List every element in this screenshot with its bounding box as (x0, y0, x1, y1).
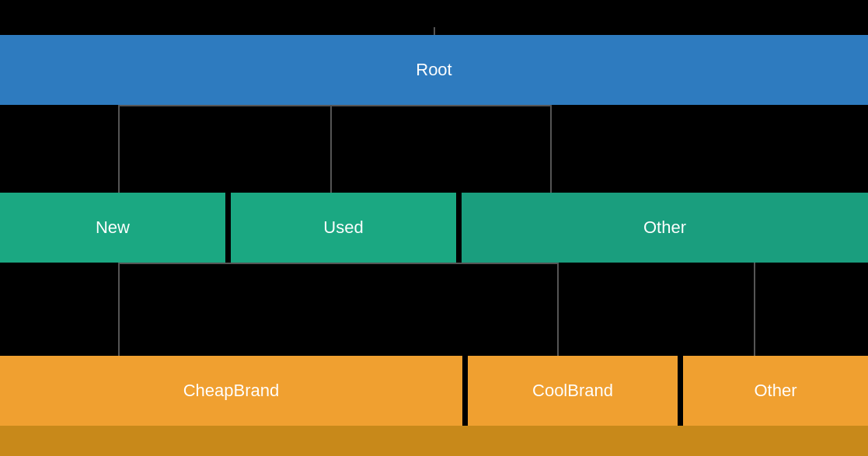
tick-top-connector (434, 27, 435, 35)
connector-horizontal-bottom (118, 263, 557, 264)
node-other-orange-label: Other (754, 381, 797, 401)
node-used[interactable]: Used (231, 193, 456, 263)
node-root-label: Root (416, 60, 451, 80)
connector-to-cheapbrand (118, 263, 120, 356)
connector-to-coolbrand (557, 263, 559, 356)
tree-diagram: Root New Used Other CheapBrand CoolBrand… (0, 0, 868, 456)
connector-root-to-new (118, 105, 120, 193)
connector-root-to-other (550, 105, 552, 193)
node-root[interactable]: Root (0, 35, 868, 105)
connector-root-to-used (330, 105, 332, 193)
node-other-green[interactable]: Other (462, 193, 868, 263)
node-other-orange[interactable]: Other (683, 356, 868, 426)
node-new-label: New (96, 218, 130, 238)
node-new[interactable]: New (0, 193, 225, 263)
node-coolbrand-label: CoolBrand (532, 381, 613, 401)
node-used-label: Used (323, 218, 363, 238)
node-coolbrand[interactable]: CoolBrand (468, 356, 678, 426)
connector-to-other-orange (754, 263, 755, 356)
node-cheapbrand-label: CheapBrand (183, 381, 280, 401)
gold-bottom-bar (0, 426, 868, 456)
node-cheapbrand[interactable]: CheapBrand (0, 356, 462, 426)
connector-horizontal-top (118, 105, 552, 106)
node-other-green-label: Other (643, 218, 686, 238)
